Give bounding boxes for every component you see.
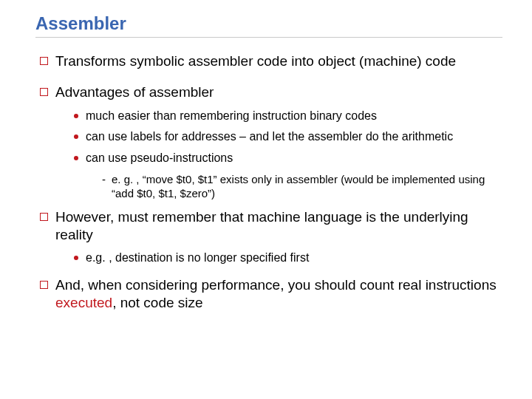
slide-title: Assembler (35, 13, 502, 34)
bullet-text: Transforms symbolic assembler code into … (55, 52, 502, 70)
subbullet-pseudo: can use pseudo-instructions (74, 151, 502, 166)
dot-bullet-icon (74, 156, 78, 160)
subbullet-easier: much easier than remembering instruction… (74, 109, 502, 124)
square-bullet-icon (40, 88, 48, 96)
bullet-text: However, must remember that machine lang… (55, 208, 502, 244)
bullet-text-executed: executed (55, 295, 112, 310)
dot-bullet-icon (74, 256, 78, 260)
subbullet-text: e.g. , destination is no longer specifie… (86, 250, 502, 266)
square-bullet-icon (40, 57, 48, 65)
subsubbullet-example-move: - e. g. , “move $t0, $t1” exists only in… (102, 172, 502, 201)
bullet-transforms: Transforms symbolic assembler code into … (40, 52, 502, 70)
subbullet-text: can use labels for addresses – and let t… (86, 129, 502, 145)
square-bullet-icon (40, 213, 48, 221)
slide: Assembler Transforms symbolic assembler … (0, 0, 532, 399)
bullet-performance: And, when considering performance, you s… (40, 276, 502, 312)
dot-bullet-icon (74, 114, 78, 118)
bullet-text: Advantages of assembler (55, 83, 502, 101)
subbullet-text: can use pseudo-instructions (86, 151, 502, 166)
subsubbullet-text: e. g. , “move $t0, $t1” exists only in a… (112, 172, 502, 201)
title-rule (35, 37, 502, 38)
bullet-however: However, must remember that machine lang… (40, 208, 502, 244)
subbullet-text: much easier than remembering instruction… (86, 109, 502, 124)
bullet-text-post: , not code size (112, 295, 203, 310)
bullet-text-pre: And, when considering performance, you s… (55, 277, 497, 293)
subbullet-labels: can use labels for addresses – and let t… (74, 129, 502, 145)
dash-bullet-icon: - (102, 172, 106, 187)
bullet-advantages: Advantages of assembler (40, 83, 502, 101)
dot-bullet-icon (74, 134, 78, 139)
square-bullet-icon (40, 281, 48, 289)
subbullet-destination: e.g. , destination is no longer specifie… (74, 250, 502, 266)
bullet-text: And, when considering performance, you s… (55, 276, 502, 312)
